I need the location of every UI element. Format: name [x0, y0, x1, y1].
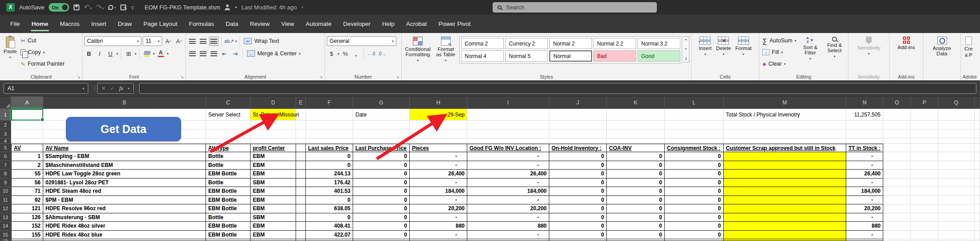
cell-M3[interactable] — [724, 129, 846, 138]
align-middle-icon[interactable] — [198, 37, 208, 46]
header-cell-F5[interactable]: Last sales Price — [306, 144, 353, 152]
column-header-G[interactable]: G — [353, 96, 410, 109]
alignment-dialog-launcher[interactable]: ↘ — [319, 75, 323, 79]
cell-L2[interactable] — [665, 120, 724, 129]
cell-E15[interactable] — [296, 231, 306, 240]
cell-I14[interactable]: 880 — [467, 222, 549, 231]
cell-I10[interactable]: 184,000 — [467, 187, 549, 196]
cell-P10[interactable] — [911, 187, 938, 196]
cell-P8[interactable] — [911, 170, 938, 179]
cell-D7[interactable]: EBM — [251, 161, 296, 170]
cell-N9[interactable]: - — [846, 179, 883, 187]
cell-O6[interactable] — [883, 152, 911, 161]
cell-style-normal-4[interactable]: Normal 4 — [461, 50, 504, 62]
format-cells-button[interactable]: Format▾ — [733, 35, 753, 72]
cell-I7[interactable]: - — [467, 161, 549, 170]
cell-J11[interactable]: 0 — [549, 196, 607, 205]
cell-C9[interactable]: Bottle — [206, 179, 251, 187]
enter-icon[interactable]: ✓ — [110, 85, 115, 91]
cell-B15[interactable]: HDPE Ridex 48oz blue — [43, 231, 206, 240]
formula-bar-chevron-icon[interactable]: ▾ — [128, 87, 130, 91]
cell-A15[interactable]: 155 — [11, 231, 43, 240]
cell-D8[interactable]: EBM — [251, 170, 296, 179]
cell-J3[interactable] — [549, 129, 607, 138]
cell-G2[interactable] — [353, 120, 410, 129]
cell-C2[interactable] — [206, 120, 251, 129]
cell-K1[interactable] — [607, 109, 665, 120]
cell-D2[interactable] — [251, 120, 296, 129]
cell-M8[interactable] — [724, 170, 846, 179]
cell-G15[interactable]: 0 — [353, 231, 410, 240]
cell-N14[interactable]: 880 — [846, 222, 883, 231]
cell-B14[interactable]: HDPE Ridex 48oz silver — [43, 222, 206, 231]
cell-I16[interactable] — [467, 239, 549, 241]
conditional-formatting-button[interactable]: Conditional Formatting▾ — [404, 35, 432, 72]
cell-L11[interactable]: 0 — [665, 196, 724, 205]
cell-F6[interactable]: 0 — [306, 152, 353, 161]
cell-J8[interactable]: 0 — [549, 170, 607, 179]
last-modified-label[interactable]: Last Modified: 4h ago — [241, 4, 296, 11]
cell-style-comma-2[interactable]: Comma 2 — [461, 38, 504, 49]
italic-icon[interactable]: I — [95, 49, 104, 58]
cell-F11[interactable]: 0 — [306, 196, 353, 205]
cell-H13[interactable]: - — [410, 213, 467, 222]
cell-H9[interactable]: - — [410, 179, 467, 187]
cell-M11[interactable] — [724, 196, 846, 205]
cell-N6[interactable]: - — [846, 152, 883, 161]
name-box[interactable]: A1▾ — [4, 83, 88, 94]
cell-O11[interactable] — [883, 196, 911, 205]
header-cell-A5[interactable]: AV — [11, 144, 43, 152]
cell-I3[interactable] — [467, 129, 549, 138]
cell-N16[interactable] — [846, 239, 883, 241]
cell-Q8[interactable] — [938, 170, 975, 179]
cell-G12[interactable]: 0 — [353, 204, 410, 213]
cell-D3[interactable] — [251, 129, 296, 138]
cell-P16[interactable] — [911, 239, 938, 241]
cell-A10[interactable]: 71 — [11, 187, 43, 196]
cell-P6[interactable] — [911, 152, 938, 161]
cell-H14[interactable]: 880 — [410, 222, 467, 231]
cell-B8[interactable]: HDPE Law Toggle 28oz green — [43, 170, 206, 179]
decrease-indent-icon[interactable]: ⇤ — [220, 49, 229, 58]
borders-icon[interactable]: ⊞ — [124, 49, 133, 58]
cell-L12[interactable]: 0 — [665, 204, 724, 213]
row-header-14[interactable]: 14 — [0, 222, 11, 231]
cell-M1-total-label[interactable]: Total Stock / Physical Invenotry — [724, 109, 846, 120]
cell-D4[interactable] — [251, 138, 296, 144]
cell-N11[interactable]: - — [846, 196, 883, 205]
find-select-button[interactable]: Find & Select▾ — [823, 35, 846, 72]
menu-tab-formulas[interactable]: Formulas — [183, 15, 220, 33]
cell-L8[interactable]: 0 — [665, 170, 724, 179]
cell-B10[interactable]: HDPE Steam 48oz red — [43, 187, 206, 196]
increase-decimal-icon[interactable]: ←.0 — [366, 49, 376, 58]
cell-Q3[interactable] — [938, 129, 975, 138]
search-input[interactable] — [505, 4, 652, 11]
cell-A3[interactable] — [11, 129, 43, 138]
header-cell-L5[interactable]: Consignment Stock : — [665, 144, 724, 152]
cell-J16[interactable] — [549, 239, 607, 241]
row-header-11[interactable]: 11 — [0, 196, 11, 205]
row-header-10[interactable]: 10 — [0, 187, 11, 196]
cell-E8[interactable] — [296, 170, 306, 179]
cell-G14[interactable]: 0 — [353, 222, 410, 231]
draw-icon[interactable] — [120, 4, 126, 10]
wrap-text-button[interactable]: ↩Wrap Text — [243, 36, 280, 46]
cell-P7[interactable] — [911, 161, 938, 170]
cell-I6[interactable]: - — [467, 152, 549, 161]
cell-P12[interactable] — [911, 204, 938, 213]
column-header-C[interactable]: C — [206, 96, 251, 109]
cell-H8[interactable]: 26,400 — [410, 170, 467, 179]
menu-tab-data[interactable]: Data — [220, 15, 244, 33]
header-cell-D5[interactable]: profit Center — [251, 144, 296, 152]
column-header-L[interactable]: L — [665, 96, 724, 109]
cell-N4[interactable] — [846, 138, 883, 144]
cell-N12[interactable]: 20,200 — [846, 204, 883, 213]
cell-F9[interactable]: 176.42 — [306, 179, 353, 187]
column-header-D[interactable]: D — [251, 96, 296, 109]
cell-O12[interactable] — [883, 204, 911, 213]
cell-I8[interactable]: 26,400 — [467, 170, 549, 179]
addins-button[interactable]: Add-ins — [896, 35, 917, 72]
fill-color-icon[interactable] — [142, 49, 152, 58]
format-as-table-button[interactable]: Format as Table▾ — [433, 35, 458, 72]
cell-E16[interactable] — [296, 239, 306, 241]
